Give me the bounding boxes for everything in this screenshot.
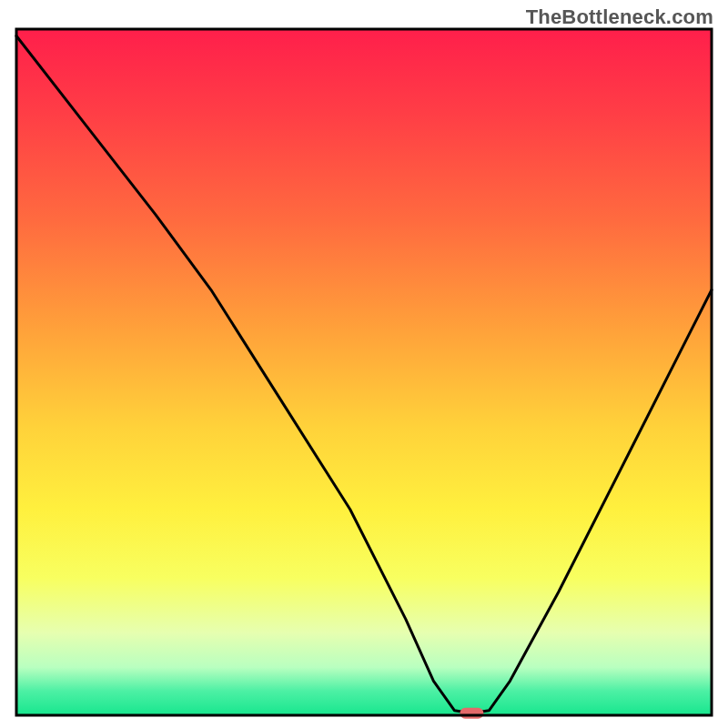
gradient-background: [16, 29, 712, 715]
watermark-label: TheBottleneck.com: [526, 5, 713, 29]
bottleneck-chart: [0, 0, 728, 728]
plot-area: [16, 29, 712, 719]
optimum-marker: [460, 708, 483, 719]
chart-container: TheBottleneck.com: [0, 0, 728, 728]
